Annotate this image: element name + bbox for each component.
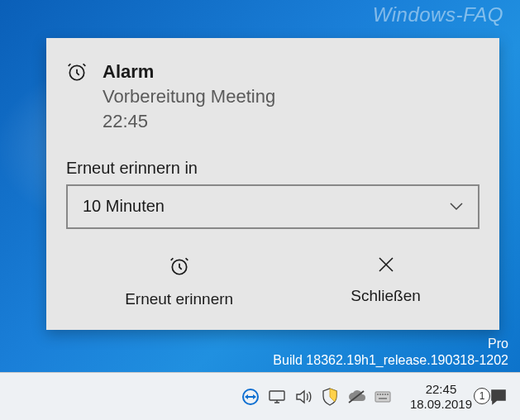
build-line: Build 18362.19h1_release.190318-1202	[273, 352, 508, 369]
keyboard-tray-icon[interactable]	[374, 388, 392, 406]
alarm-clock-icon	[169, 255, 190, 280]
system-tray	[235, 388, 398, 406]
alarm-notification: Alarm Vorbereitung Meeting 22:45 Erneut …	[46, 38, 499, 330]
clock-date: 18.09.2019	[410, 397, 472, 411]
svg-rect-9	[384, 394, 386, 395]
dismiss-button-label: Schließen	[351, 287, 421, 305]
clock-time: 22:45	[410, 382, 472, 396]
edition-text: Pro	[273, 336, 508, 352]
snooze-button-label: Erneut erinnern	[125, 290, 233, 308]
notification-count-badge: 1	[474, 388, 490, 404]
snooze-selected-text: 10 Minuten	[83, 197, 165, 216]
cloud-disabled-tray-icon[interactable]	[347, 388, 365, 406]
notification-subtitle: Vorbereitung Meeting	[103, 84, 479, 109]
taskbar: 22:45 18.09.2019 1	[0, 372, 520, 420]
svg-rect-3	[270, 391, 284, 400]
svg-rect-7	[379, 394, 381, 395]
svg-rect-10	[387, 394, 389, 395]
svg-rect-5	[375, 392, 390, 402]
close-icon	[377, 255, 395, 277]
snooze-button[interactable]: Erneut erinnern	[108, 252, 250, 312]
volume-tray-icon[interactable]	[294, 388, 312, 406]
display-tray-icon[interactable]	[268, 388, 286, 406]
action-center-icon[interactable]: 1	[489, 387, 508, 407]
chevron-down-icon	[450, 199, 463, 214]
snooze-label: Erneut erinnern in	[66, 159, 479, 178]
alarm-icon	[66, 61, 88, 83]
security-tray-icon[interactable]	[321, 388, 339, 406]
taskbar-clock[interactable]: 22:45 18.09.2019	[402, 382, 480, 411]
build-info: Pro Build 18362.19h1_release.190318-1202	[273, 336, 508, 369]
watermark-text: Windows-FAQ	[373, 3, 503, 26]
svg-rect-11	[379, 398, 387, 399]
notification-time: 22:45	[103, 109, 479, 134]
notification-title: Alarm	[103, 61, 479, 83]
dismiss-button[interactable]: Schließen	[334, 252, 437, 308]
snooze-dropdown[interactable]: 10 Minuten	[66, 184, 479, 229]
teamviewer-tray-icon[interactable]	[241, 388, 260, 406]
svg-rect-6	[377, 394, 379, 395]
svg-rect-8	[382, 394, 384, 395]
